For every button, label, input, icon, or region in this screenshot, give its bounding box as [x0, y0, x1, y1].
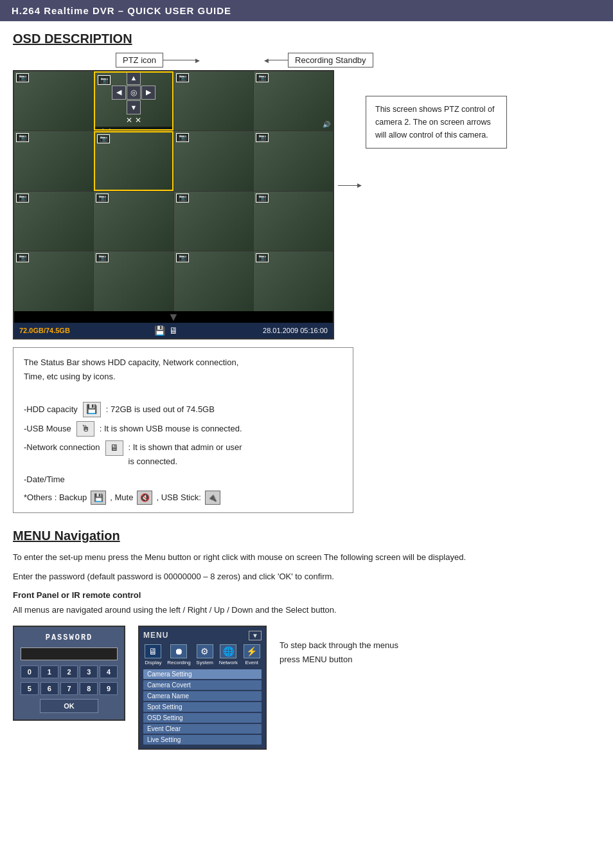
network-tab-icon: 🌐: [220, 644, 236, 658]
status-icons: 💾 🖥: [154, 325, 178, 336]
menu-nav-subheading: Front Panel or IR remote control: [13, 590, 600, 600]
menu-item-event-clear[interactable]: Event Clear: [143, 724, 262, 734]
num-6[interactable]: 6: [40, 682, 58, 695]
status-datetime: 28.01.2009 05:16:00: [263, 327, 328, 334]
cam-icon-16: 📷: [256, 253, 269, 262]
num-9[interactable]: 9: [100, 682, 118, 695]
num-8[interactable]: 8: [80, 682, 98, 695]
menu-item-spot-setting[interactable]: Spot Setting: [143, 702, 262, 712]
hdd-desc-text: : 72GB is used out of 74.5GB: [106, 402, 215, 417]
menu-nav-title: MENU Navigation: [13, 529, 600, 543]
cam-cell-10: 📷: [94, 192, 173, 251]
menu-item-camera-name[interactable]: Camera Name: [143, 691, 262, 701]
num-4[interactable]: 4: [100, 665, 118, 678]
ptz-down[interactable]: ▼: [127, 100, 141, 114]
recording-label-box: Recording Standby: [288, 53, 373, 68]
network-tab-label: Network: [219, 660, 238, 665]
menu-item-camera-covert[interactable]: Camera Covert: [143, 680, 262, 690]
net-desc-label: -Network connection: [24, 440, 100, 455]
menu-tab-network[interactable]: 🌐 Network: [219, 644, 238, 665]
menu-item-osd-setting[interactable]: OSD Setting: [143, 713, 262, 723]
hdd-icon: 💾: [154, 325, 165, 336]
menu-tab-event[interactable]: ⚡ Event: [244, 644, 260, 665]
num-1[interactable]: 1: [40, 665, 58, 678]
menu-title-bar: MENU ▼: [143, 631, 262, 640]
others-mute: , Mute: [110, 491, 133, 505]
cam-cell-1: 📷: [14, 71, 93, 131]
cam-cell-11: 📷: [174, 192, 253, 251]
cam-cell-3: 📷: [174, 71, 253, 131]
net-desc-item: -Network connection 🖥 : It is shown that…: [24, 440, 342, 469]
usb-mini-icon: 🖱: [76, 421, 94, 437]
menu-tab-display[interactable]: 🖥 Display: [145, 644, 161, 665]
ptz-left[interactable]: ◀: [112, 86, 126, 100]
hdd-capacity: 72.0GB/74.5GB: [19, 327, 70, 334]
date-desc-label: -Date/Time: [24, 475, 65, 484]
menu-close-button[interactable]: ▼: [249, 631, 262, 640]
cam-icon-6: 📷: [97, 134, 110, 143]
menu-nav-para1: To enter the set-up menu press the Menu …: [13, 550, 600, 565]
hdd-mini-icon: 💾: [83, 402, 101, 417]
usb-desc-label: -USB Mouse: [24, 422, 71, 436]
desc-line2: Time, etc using by icons.: [24, 370, 342, 384]
network-icon: 🖥: [169, 325, 178, 336]
ptz-info-text: This screen shows PTZ control of camera …: [375, 105, 494, 140]
cam-icon-5: 📷: [16, 133, 29, 142]
ptz-focus-zoom-label: ❮ ❯ FOCUS ▲ ▼ ZOOM: [95, 127, 172, 131]
event-icon: ⚡: [244, 644, 260, 658]
menu-tab-system[interactable]: ⚙ System: [196, 644, 213, 665]
ptz-right[interactable]: ▶: [141, 86, 155, 100]
menu-nav-para2: Enter the password (default password is …: [13, 569, 600, 584]
menu-nav-section: MENU Navigation To enter the set-up menu…: [13, 529, 600, 749]
cam-icon-4: 📷: [256, 73, 269, 82]
others-row: *Others : Backup 💾 , Mute 🔇 , USB Stick:…: [24, 491, 342, 505]
cam-cell-16: 📷: [254, 251, 333, 311]
hdd-desc-item: -HDD capacity 💾 : 72GB is used out of 74…: [24, 402, 342, 417]
ptz-controls[interactable]: 📷 ⊞ ▲ ◀ ◎ ▶: [95, 73, 172, 129]
ptz-up[interactable]: ▲: [127, 71, 141, 85]
cam-cell-6: 📷: [94, 131, 173, 190]
pwd-input-field[interactable]: [21, 647, 118, 660]
dvr-display-area: 📷 📷 ⊞: [13, 70, 600, 339]
num-3[interactable]: 3: [80, 665, 98, 678]
cam-cell-7: 📷: [174, 131, 253, 190]
others-label: *Others : Backup: [24, 491, 87, 505]
cam-icon-10: 📷: [96, 194, 109, 203]
net-desc-text: : It is shown that admin or user is conn…: [129, 440, 242, 469]
numpad-row1: 0 1 2 3 4: [21, 665, 118, 678]
pwd-title: PASSWORD: [21, 633, 118, 642]
mute-icon: 🔇: [137, 491, 152, 505]
recording-icon: ⏺: [170, 644, 187, 658]
date-desc-item: -Date/Time: [24, 473, 342, 487]
cam-icon-14: 📷: [96, 253, 109, 262]
usb-desc-item: -USB Mouse 🖱 : It is shown USB mouse is …: [24, 421, 342, 437]
cam-icon-3: 📷: [176, 73, 189, 82]
net-mini-icon: 🖥: [105, 440, 123, 456]
usb-stick-icon: 🔌: [205, 491, 220, 505]
menu-item-camera-setting[interactable]: Camera Setting: [143, 669, 262, 679]
num-5[interactable]: 5: [21, 682, 39, 695]
display-icon: 🖥: [145, 644, 161, 658]
cam-icon-1: 📷: [16, 73, 29, 82]
hdd-desc-label: -HDD capacity: [24, 402, 78, 417]
numpad-row2: 5 6 7 8 9: [21, 682, 118, 695]
cam-cell-2: 📷 ⊞ ▲ ◀ ◎ ▶: [94, 71, 173, 131]
screenshots-row: PASSWORD 0 1 2 3 4 5 6 7 8 9 OK: [13, 626, 600, 750]
backup-icon: 💾: [91, 491, 106, 505]
desc-line1: The Status Bar shows HDD capacity, Netwo…: [24, 356, 342, 370]
menu-tab-recording[interactable]: ⏺ Recording: [167, 644, 190, 665]
ptz-center[interactable]: ◎: [127, 86, 141, 100]
cam-cell-8: 📷: [254, 131, 333, 190]
cam-icon-15: 📷: [176, 253, 189, 262]
num-2[interactable]: 2: [60, 665, 78, 678]
num-7[interactable]: 7: [60, 682, 78, 695]
menu-item-live-setting[interactable]: Live Setting: [143, 735, 262, 745]
others-usb: , USB Stick:: [156, 491, 200, 505]
menu-nav-para3: All menus are navigated around using the…: [13, 602, 600, 617]
cam-cell-14: 📷: [94, 251, 173, 311]
page-header: H.264 Realtime DVR – QUICK USER GUIDE: [0, 0, 613, 21]
cam-cell-12: 📷: [254, 192, 333, 251]
num-0[interactable]: 0: [21, 665, 39, 678]
ok-button[interactable]: OK: [40, 699, 98, 713]
ptz-label-box: PTZ icon: [116, 53, 163, 68]
